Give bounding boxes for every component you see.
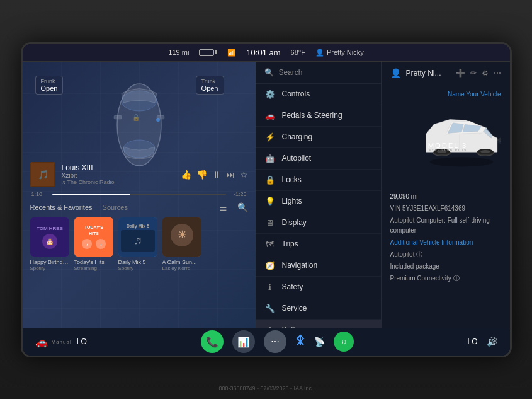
taskbar-center: 📞 📊 ⋯ 📡 ♫ bbox=[201, 330, 354, 353]
additional-info-row[interactable]: Additional Vehicle Information bbox=[390, 238, 501, 248]
service-icon: 🔧 bbox=[264, 304, 276, 313]
autopilot-value-row: Included package bbox=[390, 262, 501, 272]
star-btn[interactable]: ☆ bbox=[240, 170, 248, 180]
menu-label-autopilot: Autopilot bbox=[282, 154, 312, 163]
svg-text:🔓: 🔓 bbox=[132, 113, 140, 122]
pedals-icon: 🚗 bbox=[264, 111, 276, 120]
signal-icon: 📶 bbox=[227, 49, 236, 57]
taskbar-right: LO 🔊 bbox=[467, 337, 497, 347]
sources-label[interactable]: Sources bbox=[103, 204, 128, 211]
left-volume: Manual LO bbox=[52, 337, 87, 346]
mileage-row: 29,090 mi bbox=[390, 192, 501, 202]
menu-label-software: Software bbox=[282, 325, 312, 328]
playlist-sub: Lasley Korro bbox=[162, 265, 201, 271]
playlist-item[interactable]: ☀ A Calm Sun... Lasley Korro bbox=[162, 217, 201, 271]
status-bar: 119 mi 📶 10:01 am 68°F 👤 Pretty Nicky bbox=[23, 44, 510, 62]
search-icon: 🔍 bbox=[264, 68, 274, 77]
playlist-thumbnail: ☀ bbox=[162, 217, 201, 257]
autopilot-computer-row: Autopilot Computer: Full self-driving co… bbox=[390, 216, 501, 236]
car-btn[interactable]: 🚗 bbox=[35, 336, 48, 348]
search-label: Search bbox=[279, 68, 303, 77]
menu-label-locks: Locks bbox=[282, 175, 302, 184]
range-display: 119 mi bbox=[168, 49, 189, 56]
equalizer-icon: ⚌ bbox=[219, 202, 227, 212]
software-icon: ⬇ bbox=[264, 325, 276, 328]
playlist-name: Today's Hits bbox=[74, 259, 113, 265]
driver-name: 👤 Pretty Nicky bbox=[315, 49, 364, 57]
svg-point-28 bbox=[429, 157, 493, 166]
controls-icon: ⚙️ bbox=[264, 90, 276, 99]
menu-label-charging: Charging bbox=[282, 132, 313, 141]
playlist-thumbnail: Daily Mix 5 ♬ bbox=[118, 217, 157, 257]
thumbs-down-btn[interactable]: 👎 bbox=[196, 170, 207, 180]
spotify-icon: ♫ bbox=[341, 337, 346, 346]
vin-value: VIN 5YJ3E1EAXLF614369 bbox=[390, 205, 466, 212]
search-row[interactable]: 🔍 Search bbox=[256, 62, 381, 84]
watermark: 000-36888749 - 07/03/2023 - IAA Inc. bbox=[218, 385, 313, 391]
spotify-button[interactable]: ♫ bbox=[334, 332, 354, 352]
menu-label-lights: Lights bbox=[282, 197, 302, 205]
album-art: 🎵 bbox=[30, 162, 55, 187]
profile-more-icon[interactable]: ⋯ bbox=[494, 69, 501, 78]
playlist-item[interactable]: TODAY'S HITS ♪ ♪ Today's Hits bbox=[74, 217, 113, 271]
playlist-name: Daily Mix 5 bbox=[118, 259, 157, 265]
car-detail-panel: 👤 Pretty Ni... ➕ ✏ ⚙ ⋯ bbox=[382, 62, 510, 328]
apps-button[interactable]: ⋯ bbox=[264, 330, 286, 353]
thumbs-up-btn[interactable]: 👍 bbox=[181, 170, 191, 180]
menu-item-pedals[interactable]: 🚗 Pedals & Steering bbox=[256, 105, 381, 127]
playlist-item[interactable]: TOM HRES 🎂 Happy Birthday ... Spotify bbox=[30, 217, 69, 271]
phone-button[interactable]: 📞 bbox=[201, 330, 224, 353]
menu-item-lights[interactable]: 💡 Lights bbox=[256, 191, 381, 212]
menu-item-safety[interactable]: ℹ Safety bbox=[256, 277, 381, 298]
media-button[interactable]: 📊 bbox=[232, 330, 255, 353]
temperature: 68°F bbox=[291, 49, 305, 56]
taskbar: 🚗 Manual LO 📞 📊 ⋯ bbox=[23, 328, 510, 356]
menu-item-software[interactable]: ⬇ Software bbox=[256, 320, 381, 328]
playlist-sub: Spotify bbox=[118, 265, 157, 271]
search-music-icon[interactable]: 🔍 bbox=[237, 202, 248, 212]
play-pause-btn[interactable]: ⏸ bbox=[212, 170, 221, 180]
profile-settings-icon[interactable]: ⚙ bbox=[482, 69, 489, 78]
right-panel: 🔍 Search ⚙️ Controls 🚗 Pedals & Steering… bbox=[256, 62, 510, 328]
menu-label-service: Service bbox=[282, 304, 307, 313]
now-playing: 🎵 Louis XIII Xzibit ♫ The Chronic Radio … bbox=[30, 162, 248, 187]
menu-item-autopilot[interactable]: 🤖 Autopilot bbox=[256, 148, 381, 170]
media-icon: 📊 bbox=[237, 336, 250, 348]
next-btn[interactable]: ⏭ bbox=[226, 170, 235, 180]
menu-item-service[interactable]: 🔧 Service bbox=[256, 298, 381, 320]
menu-item-navigation[interactable]: 🧭 Navigation bbox=[256, 255, 381, 277]
additional-info-link[interactable]: Additional Vehicle Information bbox=[390, 239, 473, 246]
menu-item-display[interactable]: 🖥 Display bbox=[256, 212, 381, 234]
bluetooth-button[interactable] bbox=[295, 334, 305, 349]
menu-item-controls[interactable]: ⚙️ Controls bbox=[256, 84, 381, 105]
svg-text:TODAY'S: TODAY'S bbox=[84, 225, 103, 229]
lights-icon: 💡 bbox=[264, 197, 276, 206]
music-player: 🎵 Louis XIII Xzibit ♫ The Chronic Radio … bbox=[23, 162, 256, 271]
menu-item-charging[interactable]: ⚡ Charging bbox=[256, 127, 381, 148]
car-specs: 29,090 mi VIN 5YJ3E1EAXLF614369 Autopilo… bbox=[390, 192, 501, 284]
track-source: ♫ The Chronic Radio bbox=[62, 179, 174, 185]
playlist-item[interactable]: Daily Mix 5 ♬ Daily Mix 5 Spotify bbox=[118, 217, 157, 271]
volume-icon[interactable]: 🔊 bbox=[487, 337, 497, 347]
locks-icon: 🔒 bbox=[264, 175, 276, 185]
svg-text:♪: ♪ bbox=[86, 242, 88, 248]
playlist-thumbnail: TOM HRES 🎂 bbox=[30, 217, 69, 257]
menu-item-locks[interactable]: 🔒 Locks bbox=[256, 170, 381, 191]
tesla-screen: 119 mi 📶 10:01 am 68°F 👤 Pretty Nicky Fr… bbox=[21, 42, 512, 357]
car-top-svg: 🔓 bbox=[76, 74, 202, 175]
current-time: 1:10 bbox=[31, 191, 47, 197]
recents-label: Recents & Favorites bbox=[30, 204, 93, 211]
progress-bar-container: 1:10 -1:25 bbox=[30, 191, 248, 197]
menu-item-trips[interactable]: 🗺 Trips bbox=[256, 234, 381, 255]
profile-edit-icon[interactable]: ✏ bbox=[470, 69, 477, 78]
svg-text:🎵: 🎵 bbox=[37, 170, 48, 180]
svg-point-5 bbox=[156, 118, 160, 122]
car-3d-view: MODEL 3 STANDARD PLUS Name Your Vehicle bbox=[390, 86, 501, 187]
name-vehicle-link[interactable]: Name Your Vehicle bbox=[448, 91, 501, 98]
menu-column: 🔍 Search ⚙️ Controls 🚗 Pedals & Steering… bbox=[256, 62, 382, 328]
vin-row: VIN 5YJ3E1EAXLF614369 bbox=[390, 204, 501, 214]
battery-indicator bbox=[199, 49, 217, 56]
autopilot-label: Autopilot ⓘ bbox=[390, 251, 423, 258]
progress-bar[interactable] bbox=[52, 194, 226, 195]
profile-add-icon[interactable]: ➕ bbox=[456, 69, 465, 78]
